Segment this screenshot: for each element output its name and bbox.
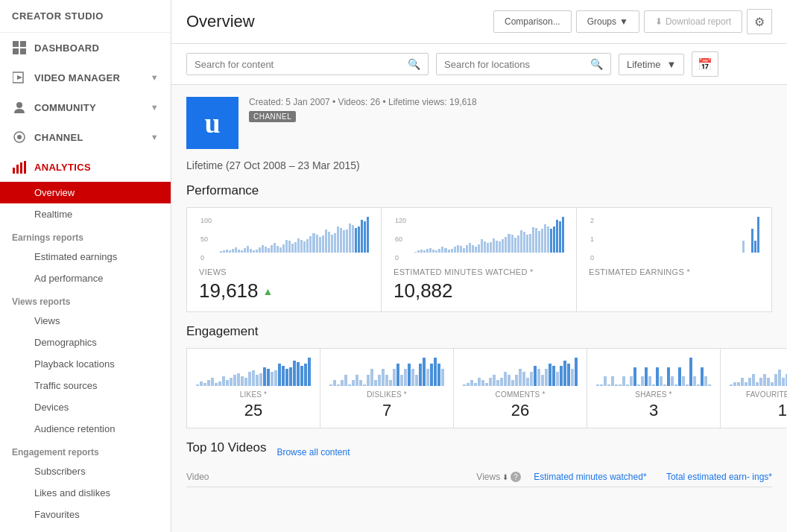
sidebar-item-realtime[interactable]: Realtime: [0, 203, 171, 225]
channel-icon: [12, 130, 27, 145]
browse-all-link[interactable]: Browse all content: [276, 447, 350, 457]
sidebar-item-audience-retention[interactable]: Audience retention: [0, 418, 171, 440]
channel-meta: Created: 5 Jan 2007 • Videos: 26 • Lifet…: [249, 97, 477, 107]
sidebar-label-channel: CHANNEL: [34, 132, 83, 143]
svg-rect-0: [13, 41, 19, 47]
dashboard-icon: [12, 40, 27, 55]
gear-icon: ⚙: [754, 15, 765, 29]
sidebar-item-estimated-earnings[interactable]: Estimated earnings: [0, 246, 171, 267]
search-location-input[interactable]: [444, 59, 586, 70]
top10-section: Top 10 Videos Browse all content Video V…: [186, 440, 772, 487]
groups-chevron-icon: ▼: [619, 16, 628, 27]
calendar-button[interactable]: 📅: [692, 51, 718, 77]
search-icon: 🔍: [408, 58, 420, 70]
engagement-section: Engagement LIKES *25DISLIKES *7COMMENTS …: [186, 324, 772, 428]
top10-header: Top 10 Videos Browse all content: [186, 440, 772, 464]
header-buttons: Comparison... Groups ▼ ⬇ Download report…: [493, 9, 772, 34]
col-views: Views ⬇ ?: [437, 472, 521, 482]
perf-value-0: 19,618▲: [199, 279, 369, 303]
chevron-down-icon: ▼: [151, 133, 159, 142]
eng-card-3: SHARES *3: [587, 348, 721, 428]
perf-card-1: 120600ESTIMATED MINUTES WATCHED *10,882: [382, 207, 577, 312]
sidebar-label-community: COMMUNITY: [34, 102, 96, 113]
channel-details: Created: 5 Jan 2007 • Videos: 26 • Lifet…: [249, 97, 477, 122]
lifetime-label: Lifetime: [627, 59, 661, 70]
comparison-button[interactable]: Comparison...: [493, 10, 572, 33]
chevron-down-icon: ▼: [151, 73, 159, 82]
sidebar-item-devices[interactable]: Devices: [0, 396, 171, 418]
sidebar-item-playback-locations[interactable]: Playback locations: [0, 353, 171, 375]
sidebar-item-dashboard[interactable]: DASHBOARD: [0, 33, 171, 63]
svg-rect-2: [13, 48, 19, 54]
sidebar-label-video-manager: VIDEO MANAGER: [34, 72, 120, 83]
location-search-wrap: 🔍: [436, 53, 611, 75]
channel-badge: CHANNEL: [249, 111, 296, 122]
performance-section: Performance 100500VIEWS19,618▲120600ESTI…: [186, 183, 772, 312]
groups-label: Groups: [587, 16, 616, 27]
content-search-wrap: 🔍: [186, 53, 429, 75]
perf-label-2: ESTIMATED EARNINGS *: [589, 267, 759, 276]
channel-logo: u: [186, 97, 238, 149]
sidebar: CREATOR STUDIO DASHBOARD VIDEO MANAGER ▼…: [0, 0, 171, 532]
chevron-down-icon: ▼: [151, 103, 159, 112]
sort-icon[interactable]: ⬇: [502, 473, 508, 481]
engagement-section-label: Engagement reports: [0, 440, 171, 460]
sidebar-item-ad-performance[interactable]: Ad performance: [0, 267, 171, 289]
search-bar: 🔍 🔍 Lifetime ▼ 📅: [171, 44, 787, 85]
sidebar-item-analytics[interactable]: ANALYTICS: [0, 152, 171, 182]
eng-card-2: COMMENTS *26: [454, 348, 587, 428]
sidebar-item-traffic-sources[interactable]: Traffic sources: [0, 375, 171, 396]
sidebar-item-overview[interactable]: Overview: [0, 182, 171, 203]
page-header: Overview Comparison... Groups ▼ ⬇ Downlo…: [171, 0, 787, 44]
svg-rect-1: [20, 41, 26, 47]
calendar-icon: 📅: [698, 57, 712, 72]
settings-button[interactable]: ⚙: [747, 9, 772, 34]
col-video: Video: [186, 472, 437, 482]
lifetime-dropdown[interactable]: Lifetime ▼: [619, 54, 684, 75]
sidebar-label-analytics: ANALYTICS: [34, 162, 91, 173]
perf-value-1: 10,882: [394, 279, 564, 303]
analytics-icon: [12, 159, 27, 174]
top10-title: Top 10 Videos: [186, 440, 266, 455]
sidebar-item-video-manager[interactable]: VIDEO MANAGER ▼: [0, 63, 171, 92]
perf-card-0: 100500VIEWS19,618▲: [186, 207, 382, 312]
svg-rect-12: [24, 161, 26, 174]
svg-point-8: [17, 135, 22, 139]
sidebar-brand: CREATOR STUDIO: [0, 0, 171, 33]
community-icon: [12, 100, 27, 115]
page-title: Overview: [186, 12, 493, 31]
sidebar-item-views[interactable]: Views: [0, 310, 171, 332]
svg-point-6: [16, 102, 22, 108]
channel-date-range: Lifetime (27 Oct 2008 – 23 Mar 2015): [186, 159, 772, 171]
eng-card-4: FAVOURITES ADDED *15: [721, 348, 787, 428]
sidebar-item-favourites[interactable]: Favourites: [0, 504, 171, 525]
svg-rect-10: [16, 165, 19, 174]
col-est-minutes: Estimated minutes watched*: [521, 472, 646, 482]
lifetime-chevron-icon: ▼: [667, 59, 677, 70]
svg-rect-11: [20, 162, 22, 174]
video-manager-icon: [12, 70, 27, 85]
sidebar-item-channel[interactable]: CHANNEL ▼: [0, 122, 171, 152]
download-icon: ⬇: [655, 16, 663, 27]
perf-label-0: VIEWS: [199, 267, 369, 276]
sidebar-item-community[interactable]: COMMUNITY ▼: [0, 92, 171, 122]
eng-card-1: DISLIKES *7: [320, 348, 454, 428]
table-header: Video Views ⬇ ? Estimated minutes watche…: [186, 472, 772, 487]
views-help-icon[interactable]: ?: [511, 472, 521, 482]
search-location-icon: 🔍: [590, 58, 603, 70]
svg-rect-3: [20, 48, 26, 54]
performance-title: Performance: [186, 183, 772, 198]
sidebar-item-likes-dislikes[interactable]: Likes and dislikes: [0, 482, 171, 504]
groups-button[interactable]: Groups ▼: [576, 10, 639, 33]
content-area: u Created: 5 Jan 2007 • Videos: 26 • Lif…: [171, 85, 787, 502]
download-report-button[interactable]: ⬇ Download report: [644, 10, 742, 33]
sidebar-item-subscribers[interactable]: Subscribers: [0, 460, 171, 482]
channel-info: u Created: 5 Jan 2007 • Videos: 26 • Lif…: [186, 97, 772, 149]
performance-grid: 100500VIEWS19,618▲120600ESTIMATED MINUTE…: [186, 207, 772, 312]
svg-rect-9: [13, 168, 15, 174]
download-label: Download report: [666, 16, 731, 27]
perf-card-2: 210ESTIMATED EARNINGS *: [577, 207, 772, 312]
search-content-input[interactable]: [195, 59, 403, 70]
sidebar-item-demographics[interactable]: Demographics: [0, 332, 171, 353]
col-total-earnings: Total estimated earn- ings*: [647, 472, 772, 482]
